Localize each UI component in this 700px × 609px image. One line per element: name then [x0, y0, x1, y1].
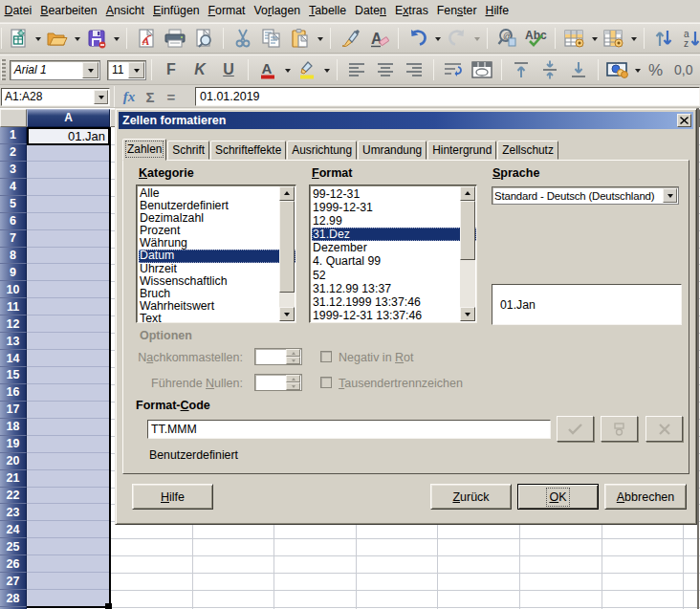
list-item[interactable]: 31.Dez: [312, 228, 476, 241]
help-button[interactable]: Hilfe: [132, 484, 213, 510]
tab-schrifteffekte[interactable]: Schrifteffekte: [210, 141, 286, 160]
clone-formatting-button[interactable]: [336, 26, 364, 51]
paste-button[interactable]: [286, 26, 315, 51]
row-header-20[interactable]: 20: [0, 453, 27, 470]
align-top-button[interactable]: [507, 57, 536, 82]
scroll-up-icon[interactable]: [460, 186, 475, 201]
list-item[interactable]: 31.12.1999 13:37:46: [312, 295, 476, 309]
leading-zeros-spinner[interactable]: [254, 374, 302, 391]
align-left-button[interactable]: [342, 57, 371, 82]
list-item[interactable]: 4. Quartal 99: [312, 254, 476, 268]
undo-button[interactable]: [404, 26, 432, 51]
list-item[interactable]: 1999-12-31: [312, 201, 476, 214]
row-header-15[interactable]: 15: [0, 367, 27, 384]
currency-format-dropdown[interactable]: [632, 57, 643, 82]
formula-button[interactable]: =: [161, 89, 182, 105]
menu-extras[interactable]: Extras: [390, 1, 432, 21]
row-header-21[interactable]: 21: [0, 470, 27, 488]
menu-daten[interactable]: Daten: [351, 1, 391, 21]
menu-datei[interactable]: Datei: [0, 1, 36, 21]
add-format-button[interactable]: [557, 416, 594, 442]
list-item[interactable]: 31.12.99 13:37: [312, 282, 476, 295]
clear-formatting-button[interactable]: A: [364, 26, 393, 51]
scroll-down-icon[interactable]: [460, 307, 475, 321]
menu-ansicht[interactable]: Ansicht: [101, 1, 148, 21]
tab-zahlen[interactable]: Zahlen: [122, 139, 166, 161]
row-header-28[interactable]: 28: [0, 590, 27, 607]
row-header-2[interactable]: 2: [0, 144, 27, 162]
dialog-title-bar[interactable]: Zellen formatieren: [119, 112, 693, 129]
font-size-dropdown[interactable]: [128, 62, 144, 78]
spin-up-icon[interactable]: [286, 349, 300, 357]
negative-red-checkbox[interactable]: [320, 351, 332, 362]
bold-button[interactable]: F: [157, 57, 186, 82]
back-button[interactable]: Zurück: [430, 484, 512, 510]
export-pdf-button[interactable]: A: [132, 26, 161, 51]
open-folder-dropdown[interactable]: [72, 26, 82, 51]
align-right-button[interactable]: [400, 57, 428, 82]
list-item[interactable]: 99-12-31: [312, 187, 476, 201]
row-header-8[interactable]: 8: [0, 248, 27, 265]
spin-down-icon[interactable]: [286, 357, 300, 364]
row-header-7[interactable]: 7: [0, 230, 27, 248]
row-header-23[interactable]: 23: [0, 504, 27, 521]
underline-button[interactable]: U: [214, 57, 243, 82]
row-header-26[interactable]: 26: [0, 555, 27, 573]
category-listbox[interactable]: AlleBenutzerdefiniertDezimalzahlProzentW…: [136, 185, 296, 323]
font-color-dropdown[interactable]: [282, 57, 293, 82]
save-button[interactable]: [82, 26, 111, 51]
spin-down-icon[interactable]: [286, 382, 300, 390]
list-item[interactable]: Bruch: [139, 288, 295, 300]
list-item[interactable]: Wahrheitswert: [139, 300, 295, 313]
cancel-button[interactable]: Abbrechen: [604, 484, 687, 510]
insert-row-button[interactable]: [560, 26, 589, 51]
thousands-separator-checkbox[interactable]: [320, 377, 332, 388]
edit-comment-button[interactable]: [601, 416, 638, 442]
sort-ascending-button[interactable]: [649, 26, 678, 51]
menu-hilfe[interactable]: Hilfe: [481, 1, 514, 21]
highlight-color-button[interactable]: [293, 57, 321, 82]
align-bottom-button[interactable]: [564, 57, 593, 82]
find-replace-button[interactable]: @: [492, 26, 521, 51]
tab-schrift[interactable]: Schrift: [167, 141, 209, 160]
column-header-a[interactable]: A: [27, 109, 110, 127]
row-header-4[interactable]: 4: [0, 179, 27, 196]
redo-dropdown[interactable]: [471, 26, 482, 51]
font-color-button[interactable]: A: [253, 57, 282, 82]
tab-ausrichtung[interactable]: Ausrichtung: [287, 141, 357, 160]
row-header-13[interactable]: 13: [0, 333, 27, 350]
remove-format-button[interactable]: [645, 416, 683, 442]
print-preview-button[interactable]: [189, 26, 218, 51]
tab-hintergrund[interactable]: Hintergrund: [427, 141, 496, 160]
row-header-17[interactable]: 17: [0, 402, 27, 419]
list-item[interactable]: Wissenschaftlich: [139, 275, 295, 288]
formula-input[interactable]: 01.01.2019: [195, 87, 700, 106]
percent-format-button[interactable]: %: [643, 57, 671, 82]
menu-einfgen[interactable]: Einfügen: [149, 1, 205, 21]
row-header-25[interactable]: 25: [0, 538, 27, 555]
row-header-1[interactable]: 1: [0, 127, 27, 144]
language-combo[interactable]: Standard - Deutsch (Deutschland): [492, 186, 679, 205]
scrollbar[interactable]: [460, 186, 475, 321]
new-document-button[interactable]: [4, 26, 33, 51]
format-code-input[interactable]: TT.MMM: [147, 420, 551, 439]
highlight-color-dropdown[interactable]: [321, 57, 332, 82]
tab-umrandung[interactable]: Umrandung: [358, 141, 427, 160]
row-header-3[interactable]: 3: [0, 162, 27, 179]
wrap-text-button[interactable]: [439, 57, 468, 82]
currency-format-button[interactable]: [603, 57, 632, 82]
center-vertical-button[interactable]: [536, 57, 564, 82]
new-document-dropdown[interactable]: [33, 26, 43, 51]
row-header-5[interactable]: 5: [0, 196, 27, 213]
scrollbar-thumb[interactable]: [279, 201, 295, 293]
format-listbox[interactable]: 99-12-311999-12-3112.9931.DezDezember4. …: [309, 185, 477, 323]
row-header-14[interactable]: 14: [0, 350, 27, 367]
sum-button[interactable]: Σ: [140, 89, 161, 105]
spelling-button[interactable]: Abc: [521, 26, 550, 51]
row-header-9[interactable]: 9: [0, 264, 27, 281]
scrollbar[interactable]: [279, 186, 295, 321]
save-dropdown[interactable]: [111, 26, 121, 51]
close-button[interactable]: [677, 114, 691, 127]
menu-format[interactable]: Format: [204, 1, 250, 21]
row-header-27[interactable]: 27: [0, 573, 27, 590]
